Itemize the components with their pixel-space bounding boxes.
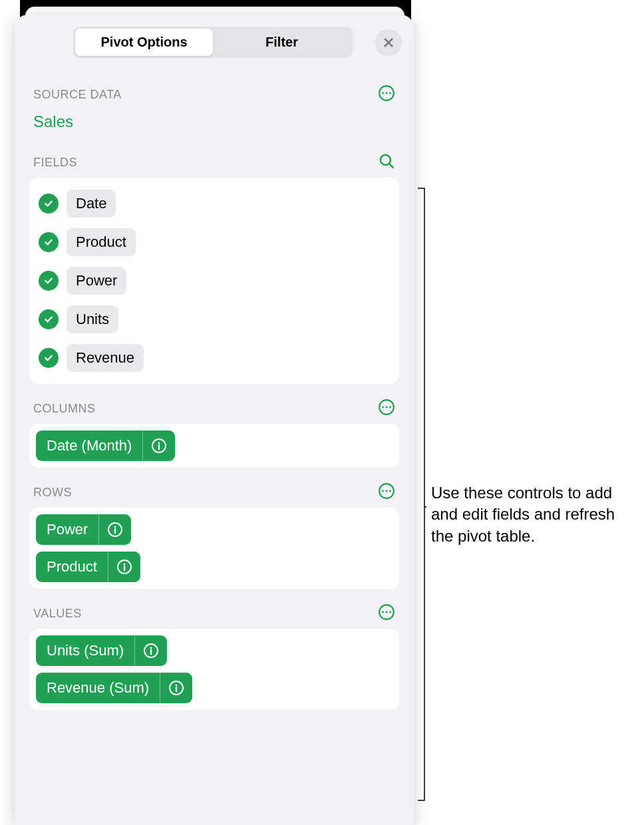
svg-point-9 [382,407,384,409]
columns-more-button[interactable] [378,399,395,418]
svg-point-30 [150,647,152,649]
field-pill-revenue[interactable]: Revenue [67,344,144,372]
chip-info-button[interactable] [99,514,131,545]
check-icon [43,314,54,325]
columns-dropzone[interactable]: Date (Month) [29,424,399,468]
svg-line-7 [389,164,393,167]
field-check-power[interactable] [39,271,59,291]
row-chip-product[interactable]: Product [36,552,140,582]
svg-point-11 [389,407,391,409]
svg-point-16 [382,490,384,492]
check-icon [43,353,54,363]
rows-label: ROWS [33,486,72,500]
field-check-date[interactable] [39,194,59,214]
svg-point-4 [386,92,388,94]
close-icon [383,37,395,49]
svg-point-18 [389,490,391,492]
chip-label: Product [36,552,108,582]
values-label: VALUES [33,607,82,621]
fields-heading: FIELDS [29,138,399,178]
field-pill-units[interactable]: Units [67,305,118,333]
info-icon [116,559,132,575]
info-icon [168,680,184,696]
chip-label: Date (Month) [36,430,142,461]
values-dropzone[interactable]: Units (Sum) Revenue (Sum) [29,629,399,710]
svg-point-33 [176,685,178,687]
field-row: Product [39,223,390,261]
svg-point-13 [158,442,160,444]
svg-point-17 [386,490,388,492]
info-icon [143,643,159,659]
field-row: Date [39,184,390,223]
svg-point-27 [386,611,388,613]
fields-list: Date Product Power [29,178,399,384]
more-icon [378,603,395,621]
chip-info-button[interactable] [108,552,140,582]
pivot-options-panel: Pivot Options Filter SOURCE DATA [15,15,414,825]
svg-point-3 [382,92,384,94]
source-data-heading: SOURCE DATA [29,70,399,110]
field-row: Units [39,300,390,339]
more-icon [378,84,395,102]
tab-pivot-options[interactable]: Pivot Options [75,29,213,56]
field-pill-product[interactable]: Product [67,228,136,256]
svg-point-23 [123,564,125,566]
source-data-more-button[interactable] [378,84,395,104]
check-icon [43,275,54,286]
segmented-control: Pivot Options Filter [73,27,353,58]
more-icon [378,399,395,416]
chip-info-button[interactable] [160,673,192,703]
value-chip-units-sum[interactable]: Units (Sum) [36,635,167,666]
field-pill-power[interactable]: Power [67,267,126,295]
values-heading: VALUES [29,589,399,629]
values-more-button[interactable] [378,603,395,623]
tab-filter[interactable]: Filter [213,29,351,56]
field-check-revenue[interactable] [39,348,59,368]
svg-point-10 [386,407,388,409]
field-row: Power [39,261,390,300]
svg-point-5 [389,92,391,94]
close-button[interactable] [375,29,402,56]
value-chip-revenue-sum[interactable]: Revenue (Sum) [36,673,192,703]
field-row: Revenue [39,339,390,377]
columns-label: COLUMNS [33,402,96,416]
field-check-product[interactable] [39,232,59,252]
callout-text: Use these controls to add and edit field… [431,482,637,547]
field-check-units[interactable] [39,309,59,329]
check-icon [43,198,54,209]
fields-search-button[interactable] [378,152,395,172]
source-data-label: SOURCE DATA [33,88,122,102]
svg-point-26 [382,611,384,613]
chip-label: Power [36,514,98,545]
rows-heading: ROWS [29,468,399,508]
rows-dropzone[interactable]: Power Product [29,508,399,589]
chip-label: Revenue (Sum) [36,673,160,703]
source-data-name[interactable]: Sales [29,110,399,138]
rows-more-button[interactable] [378,482,395,502]
info-icon [151,438,167,454]
chip-info-button[interactable] [135,635,167,666]
row-chip-power[interactable]: Power [36,514,131,545]
column-chip-date-month[interactable]: Date (Month) [36,430,175,461]
svg-point-28 [389,611,391,613]
fields-label: FIELDS [33,156,77,170]
more-icon [378,482,395,500]
panel-header: Pivot Options Filter [15,27,414,70]
chip-label: Units (Sum) [36,635,134,666]
chip-info-button[interactable] [143,430,175,461]
callout-bracket [417,188,426,801]
search-icon [378,152,395,170]
check-icon [43,237,54,248]
columns-heading: COLUMNS [29,384,399,424]
field-pill-date[interactable]: Date [67,190,116,218]
info-icon [107,522,123,538]
svg-point-20 [114,526,116,528]
